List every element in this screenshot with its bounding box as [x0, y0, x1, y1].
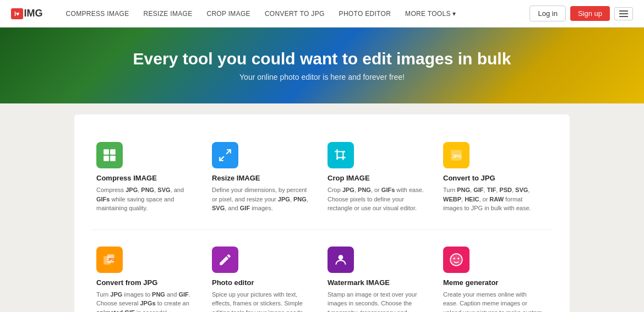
header-actions: Log in Sign up — [530, 6, 633, 21]
photo-editor-title: Photo editor — [212, 278, 311, 287]
nav-photo-editor[interactable]: PHOTO EDITOR — [332, 0, 398, 28]
crop-desc: Crop JPG, PNG, or GIFs with ease. Choose… — [328, 185, 427, 213]
hero-title-plain: Every tool you could want to — [133, 50, 363, 68]
logo-text: IMG — [24, 8, 43, 19]
meme-icon — [443, 247, 470, 273]
signup-button[interactable]: Sign up — [570, 6, 610, 21]
compress-icon — [96, 142, 123, 168]
menu-line-3 — [619, 16, 628, 17]
from-jpg-title: Convert from JPG — [96, 278, 195, 287]
crop-title: Crop IMAGE — [328, 174, 427, 182]
menu-line-2 — [619, 13, 628, 14]
svg-line-4 — [226, 150, 231, 154]
menu-line-1 — [619, 10, 628, 12]
hamburger-menu-button[interactable] — [614, 7, 633, 20]
convert-jpg-icon: JPG — [443, 142, 470, 168]
watermark-desc: Stamp an image or text over your images … — [328, 290, 427, 313]
tool-photo-editor[interactable]: Photo editor Spice up your pictures with… — [206, 241, 322, 313]
svg-text:JPG: JPG — [108, 258, 115, 261]
svg-rect-3 — [110, 156, 116, 161]
svg-rect-1 — [110, 149, 116, 155]
hero-section: Every tool you could want to edit images… — [0, 28, 644, 103]
logo[interactable]: I♥ IMG — [11, 8, 43, 19]
compress-desc: Compress JPG, PNG, SVG, and GIFs while s… — [96, 185, 195, 213]
tool-convert-from-jpg[interactable]: JPG Convert from JPG Turn JPG images to … — [91, 241, 206, 313]
hero-subtitle: Your online photo editor is here and for… — [11, 73, 633, 81]
svg-point-14 — [450, 254, 462, 266]
watermark-icon — [328, 247, 354, 273]
svg-rect-0 — [103, 149, 109, 155]
hero-title-bold: edit images in bulk — [362, 50, 511, 68]
nav-convert[interactable]: CONVERT TO JPG — [258, 0, 331, 28]
photo-editor-icon — [212, 247, 238, 273]
convert-jpg-title: Convert to JPG — [443, 174, 542, 182]
from-jpg-desc: Turn JPG images to PNG and GIF. Choose s… — [96, 290, 195, 313]
nav-compress[interactable]: COMPRESS IMAGE — [59, 0, 136, 28]
from-jpg-icon: JPG — [96, 247, 123, 273]
nav-crop[interactable]: CROP IMAGE — [200, 0, 256, 28]
svg-point-13 — [339, 255, 343, 260]
crop-icon — [328, 142, 354, 168]
tool-watermark-image[interactable]: Watermark IMAGE Stamp an image or text o… — [322, 241, 438, 313]
main-nav: COMPRESS IMAGE RESIZE IMAGE CROP IMAGE C… — [59, 0, 530, 28]
meme-desc: Create your memes online with ease. Capt… — [443, 290, 542, 313]
svg-point-7 — [343, 151, 345, 152]
logo-heart: I♥ — [11, 8, 23, 19]
nav-resize[interactable]: RESIZE IMAGE — [137, 0, 199, 28]
svg-rect-2 — [103, 156, 109, 161]
resize-icon — [212, 142, 238, 168]
hero-title: Every tool you could want to edit images… — [11, 50, 633, 68]
resize-title: Resize IMAGE — [212, 174, 311, 182]
svg-point-6 — [336, 158, 338, 160]
tool-convert-jpg[interactable]: JPG Convert to JPG Turn PNG, GIF, TIF, P… — [438, 136, 553, 218]
tools-row-1: Compress IMAGE Compress JPG, PNG, SVG, a… — [91, 125, 553, 230]
convert-jpg-desc: Turn PNG, GIF, TIF, PSD, SVG, WEBP, HEIC… — [443, 185, 542, 213]
header: I♥ IMG COMPRESS IMAGE RESIZE IMAGE CROP … — [0, 0, 644, 28]
resize-desc: Define your dimensions, by percent or pi… — [212, 185, 311, 213]
tools-row-2: JPG Convert from JPG Turn JPG images to … — [91, 230, 553, 313]
nav-more-tools[interactable]: MORE TOOLS ▾ — [399, 0, 463, 28]
svg-text:JPG: JPG — [452, 154, 462, 159]
tool-meme-generator[interactable]: Meme generator Create your memes online … — [438, 241, 553, 313]
watermark-title: Watermark IMAGE — [328, 278, 427, 287]
meme-title: Meme generator — [443, 278, 542, 287]
login-button[interactable]: Log in — [530, 6, 565, 21]
tools-grid: Compress IMAGE Compress JPG, PNG, SVG, a… — [74, 114, 570, 312]
tool-crop-image[interactable]: Crop IMAGE Crop JPG, PNG, or GIFs with e… — [322, 136, 438, 218]
svg-point-15 — [454, 258, 455, 259]
tool-compress-image[interactable]: Compress IMAGE Compress JPG, PNG, SVG, a… — [91, 136, 206, 218]
main-content: Compress IMAGE Compress JPG, PNG, SVG, a… — [0, 103, 644, 312]
photo-editor-desc: Spice up your pictures with text, effect… — [212, 290, 311, 313]
svg-line-5 — [220, 156, 224, 161]
compress-title: Compress IMAGE — [96, 174, 195, 182]
svg-point-16 — [457, 258, 459, 259]
tool-resize-image[interactable]: Resize IMAGE Define your dimensions, by … — [206, 136, 322, 218]
